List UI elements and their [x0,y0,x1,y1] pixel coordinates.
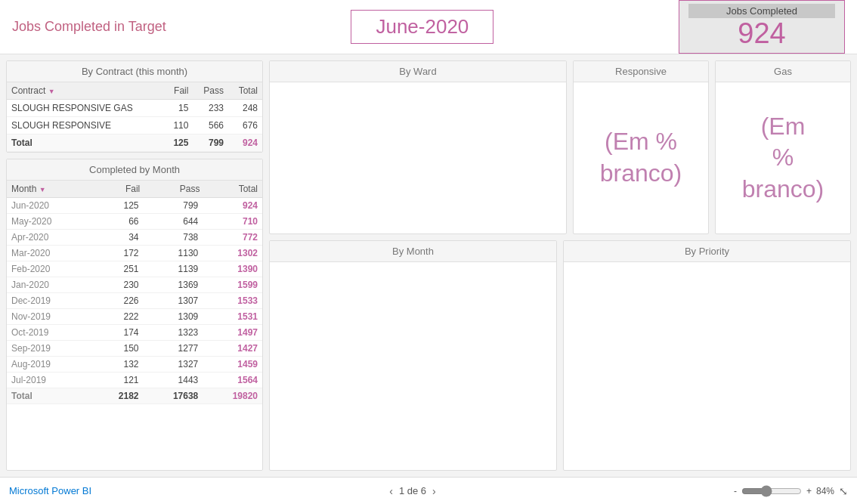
contract-total: 248 [228,100,262,117]
list-item: Sep-2019 150 1277 1427 [7,341,262,357]
table-row: SLOUGH RESPONSIVE GAS 15 233 248 [7,100,262,117]
month-total: 1564 [203,373,262,388]
zoom-percent: 84% [816,486,834,496]
month-col-header: Month ▼ [7,181,96,198]
contract-pass: 233 [193,100,228,117]
month-pass: 17638 [144,388,203,404]
top-header: Jobs Completed in Target June-2020 Jobs … [0,0,857,54]
left-panel: By Contract (this month) Contract ▼ Fail… [6,60,263,471]
month-fail: 34 [92,230,143,246]
zoom-slider[interactable] [741,485,802,497]
month-name: Mar-2020 [7,246,92,261]
gas-em-branco: (Em % branco) [730,99,837,218]
sort-icon-contract[interactable]: ▼ [48,88,55,95]
month-name: Apr-2020 [7,230,92,246]
zoom-minus[interactable]: - [734,486,737,496]
powerbi-link[interactable]: Microsoft Power BI [9,485,91,496]
page-prev-arrow[interactable]: ‹ [389,485,393,497]
contract-fail: 15 [164,100,193,117]
contract-total: 676 [228,117,262,135]
pagination: ‹ 1 de 6 › [389,485,436,497]
month-name: Nov-2019 [7,309,92,325]
zoom-plus[interactable]: + [806,486,812,496]
month-pass: 1327 [144,357,203,373]
by-contract-title: By Contract (this month) [7,61,262,82]
month-fail: 132 [92,357,143,373]
month-header-row: Month ▼ Fail Pass Total [7,181,262,198]
contract-name: Total [7,135,164,152]
month-total: 1531 [203,309,262,325]
contract-total: 924 [228,135,262,152]
fullscreen-button[interactable]: ⤡ [839,485,848,497]
contract-name: SLOUGH RESPONSIVE [7,117,164,135]
month-pass-col-header: Pass [144,181,204,198]
gas-box: Gas (Em % branco) [715,60,851,234]
sort-icon-month[interactable]: ▼ [39,186,46,193]
month-total: 1427 [203,341,262,357]
month-fail: 125 [92,198,143,214]
month-table-scroll[interactable]: Jun-2020 125 799 924 May-2020 66 644 710… [7,198,262,404]
fail-col-header: Fail [164,82,193,100]
list-item: Dec-2019 226 1307 1533 [7,293,262,309]
page-info: 1 de 6 [399,485,426,496]
list-item: Jan-2020 230 1369 1599 [7,277,262,293]
month-total: 19820 [203,388,262,404]
contract-name: SLOUGH RESPONSIVE GAS [7,100,164,117]
month-fail: 2182 [92,388,143,404]
month-total: 1302 [203,246,262,261]
header-date-box: June-2020 [351,10,493,44]
month-total: 1390 [203,261,262,277]
list-item: Jul-2019 121 1443 1564 [7,373,262,388]
page-next-arrow[interactable]: › [432,485,436,497]
list-item: May-2020 66 644 710 [7,214,262,230]
header-jobs-box: Jobs Completed 924 [679,0,845,54]
responsive-box: Responsive (Em % branco) [573,60,709,234]
month-name: Feb-2020 [7,261,92,277]
month-fail: 226 [92,293,143,309]
month-fail: 222 [92,309,143,325]
month-total: 1533 [203,293,262,309]
right-bottom: By Month By Priority [269,240,851,471]
by-ward-content [270,82,566,233]
month-name: Aug-2019 [7,357,92,373]
month-pass: 1323 [144,325,203,341]
month-pass: 1443 [144,373,203,388]
jobs-completed-label: Jobs Completed [688,4,835,18]
completed-by-month-title: Completed by Month [7,159,262,181]
month-data-table: Jun-2020 125 799 924 May-2020 66 644 710… [7,198,262,404]
month-name: Jan-2020 [7,277,92,293]
month-name: Sep-2019 [7,341,92,357]
table-row: SLOUGH RESPONSIVE 110 566 676 [7,117,262,135]
by-ward-box: By Ward [269,60,567,234]
total-col-header: Total [228,82,262,100]
contract-pass: 566 [193,117,228,135]
by-month-chart-content [270,262,556,470]
month-total: 1497 [203,325,262,341]
table-row: Total 125 799 924 [7,135,262,152]
contract-table-body: SLOUGH RESPONSIVE GAS 15 233 248 SLOUGH … [7,100,262,152]
month-fail: 230 [92,277,143,293]
list-item: Nov-2019 222 1309 1531 [7,309,262,325]
contract-pass: 799 [193,135,228,152]
by-contract-table: Contract ▼ Fail Pass Total SLOUGH RESPON… [7,82,262,152]
month-name: Dec-2019 [7,293,92,309]
list-item: Feb-2020 251 1139 1390 [7,261,262,277]
pass-col-header: Pass [193,82,228,100]
zoom-bar: - + 84% ⤡ [734,485,848,497]
responsive-em-branco: (Em % branco) [588,114,695,201]
month-name: Jun-2020 [7,198,92,214]
month-total: 924 [203,198,262,214]
month-pass: 1369 [144,277,203,293]
list-item: Total 2182 17638 19820 [7,388,262,404]
jobs-completed-value: 924 [688,18,835,50]
contract-col-header: Contract ▼ [7,82,164,100]
responsive-content: (Em % branco) [574,82,708,233]
gas-content: (Em % branco) [716,82,850,233]
month-total: 1459 [203,357,262,373]
bottom-bar: Microsoft Power BI ‹ 1 de 6 › - + 84% ⤡ [0,477,857,504]
month-fail: 251 [92,261,143,277]
month-pass: 644 [144,214,203,230]
month-pass: 1139 [144,261,203,277]
month-total-col-header: Total [204,181,262,198]
month-fail: 172 [92,246,143,261]
